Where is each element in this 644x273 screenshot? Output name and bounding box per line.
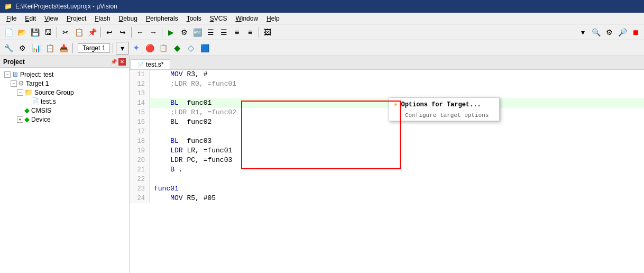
save-all-btn[interactable]: 🖫 <box>42 26 54 39</box>
code-line-14: 14 BL func01 <box>130 98 644 108</box>
toolbar2: 🔧 ⚙ 📊 📋 📥 Target 1 ▾ ✦ 🔴 📋 ◆ ◇ 🟦 <box>0 40 644 56</box>
config-btn[interactable]: ⚙ <box>603 26 615 39</box>
new-target-btn[interactable]: 🔴 <box>143 42 156 54</box>
back-btn[interactable]: ← <box>134 26 146 39</box>
menu-tools[interactable]: Tools <box>182 14 206 23</box>
code-line-16: 16 BL func02 <box>130 117 644 127</box>
device-icon: ◆ <box>24 115 30 123</box>
zoom-btn[interactable]: 🔎 <box>616 26 629 39</box>
panel-header: Project 📌 ✕ <box>0 56 129 68</box>
tool5[interactable]: ☰ <box>217 26 230 39</box>
title-bar-icon: 📁 <box>4 3 12 10</box>
tree-item-project[interactable]: − 🖥 Project: test <box>1 70 128 79</box>
tool3[interactable]: 🔤 <box>191 26 204 39</box>
tool2[interactable]: ⚙ <box>178 26 190 39</box>
options-label: Options for Target... <box>401 101 481 108</box>
project-label: Project: test <box>20 71 53 78</box>
manage-target-btn[interactable]: ◇ <box>185 42 197 54</box>
code-editor[interactable]: 11 MOV R3, # 12 ;LDR R0, =func01 13 14 B… <box>130 70 644 273</box>
search2-btn[interactable]: 🔍 <box>590 26 602 39</box>
components-btn[interactable]: 🟦 <box>198 42 211 54</box>
tree-item-test-s[interactable]: 📄 test.s <box>1 97 128 106</box>
menu-peripherals[interactable]: Peripherals <box>142 14 182 23</box>
copy-target-btn[interactable]: 📋 <box>157 42 170 54</box>
tree-item-source-group[interactable]: − 📁 Source Group <box>1 88 128 97</box>
redo-btn[interactable]: ↪ <box>116 26 129 39</box>
green-gem-btn[interactable]: ◆ <box>171 42 183 54</box>
target-selector[interactable]: Target 1 <box>78 43 110 53</box>
tree-item-target1[interactable]: − ⚙ Target 1 <box>1 79 128 88</box>
tool7[interactable]: ≡ <box>244 26 256 39</box>
undo-btn[interactable]: ↩ <box>103 26 116 39</box>
code-line-13: 13 <box>130 89 644 98</box>
code-line-23: 23 func01 <box>130 184 644 194</box>
magic-btn[interactable]: ✦ <box>130 42 142 54</box>
target1-icon: ⚙ <box>18 79 24 87</box>
toolbar-sep-1 <box>57 27 57 38</box>
toolbar1: 📄 📂 💾 🖫 ✂ 📋 📌 ↩ ↪ ← → ▶ ⚙ 🔤 ☰ ☰ ≡ ≡ 🖼 ▾ … <box>0 24 644 40</box>
title-bar: 📁 E:\KeilProjects\test.uvprojx - µVision <box>0 0 644 13</box>
close-icon[interactable]: ✕ <box>118 58 126 66</box>
target1-label: Target 1 <box>26 80 49 87</box>
fwd-btn[interactable]: → <box>147 26 160 39</box>
menu-project[interactable]: Project <box>62 14 90 23</box>
toolbar2-sep <box>72 43 73 53</box>
open-btn[interactable]: 📂 <box>15 26 28 39</box>
title-bar-text: E:\KeilProjects\test.uvprojx - µVision <box>15 3 117 10</box>
project-icon: 🖥 <box>12 70 19 78</box>
main-area: Project 📌 ✕ − 🖥 Project: test − ⚙ Target… <box>0 56 644 273</box>
menu-file[interactable]: File <box>2 14 21 23</box>
cut-btn[interactable]: ✂ <box>59 26 72 39</box>
t2-btn4[interactable]: 📋 <box>43 42 56 54</box>
copy-btn[interactable]: 📋 <box>72 26 85 39</box>
menu-svcs[interactable]: SVCS <box>206 14 232 23</box>
expand-target1[interactable]: − <box>11 80 17 87</box>
expand-project[interactable]: − <box>4 71 11 78</box>
source-group-label: Source Group <box>34 89 74 96</box>
dd-btn[interactable]: ▾ <box>576 26 589 39</box>
panel-header-icons: 📌 ✕ <box>110 58 126 66</box>
menu-help[interactable]: Help <box>262 14 284 23</box>
expand-source-group[interactable]: − <box>17 89 23 96</box>
menu-view[interactable]: View <box>40 14 62 23</box>
t2-btn5[interactable]: 📥 <box>57 42 70 54</box>
dd2-btn[interactable]: ▾ <box>116 42 128 54</box>
project-panel: Project 📌 ✕ − 🖥 Project: test − ⚙ Target… <box>0 56 130 273</box>
folder-icon: 📁 <box>24 88 33 96</box>
t2-btn2[interactable]: ⚙ <box>16 42 29 54</box>
tree-item-cmsis[interactable]: ◆ CMSIS <box>1 106 128 115</box>
code-line-15: 15 ;LDR R1, =func02 <box>130 108 644 117</box>
tool4[interactable]: ☰ <box>204 26 217 39</box>
code-line-18: 18 BL func03 <box>130 136 644 146</box>
test-s-label: test.s <box>41 98 56 105</box>
expand-device[interactable]: + <box>17 116 23 123</box>
save-btn[interactable]: 💾 <box>29 26 41 39</box>
menu-edit[interactable]: Edit <box>21 14 40 23</box>
stop-btn[interactable]: ⏹ <box>629 26 642 39</box>
tab-test-s[interactable]: 📄 test.s* <box>131 59 170 69</box>
run-btn[interactable]: ▶ <box>164 26 177 39</box>
pin-icon[interactable]: 📌 <box>110 58 117 66</box>
tab-label: test.s* <box>146 61 163 68</box>
new-file-btn[interactable]: 📄 <box>2 26 15 39</box>
menu-debug[interactable]: Debug <box>115 14 142 23</box>
toolbar-sep-3 <box>131 27 132 38</box>
options-sublabel: Configure target options <box>389 111 499 121</box>
options-for-target-item[interactable]: ⚡ Options for Target... <box>389 98 499 111</box>
img-btn[interactable]: 🖼 <box>261 26 274 39</box>
paste-btn[interactable]: 📌 <box>86 26 98 39</box>
code-line-17: 17 <box>130 127 644 136</box>
options-icon: ⚡ <box>393 100 398 109</box>
code-line-24: 24 MOV R5, #05 <box>130 194 644 203</box>
menu-window[interactable]: Window <box>231 14 262 23</box>
tool6[interactable]: ≡ <box>231 26 243 39</box>
cmsis-icon: ◆ <box>24 106 30 114</box>
editor-area: 📄 test.s* 11 MOV R3, # 12 ;LDR R0, =func… <box>130 56 644 273</box>
toolbar-sep-4 <box>162 27 162 38</box>
t2-btn1[interactable]: 🔧 <box>2 42 15 54</box>
tree-item-device[interactable]: + ◆ Device <box>1 115 128 124</box>
code-line-19: 19 LDR LR, =func01 <box>130 146 644 156</box>
toolbar-sep-2 <box>100 27 101 38</box>
t2-btn3[interactable]: 📊 <box>30 42 42 54</box>
menu-flash[interactable]: Flash <box>90 14 114 23</box>
